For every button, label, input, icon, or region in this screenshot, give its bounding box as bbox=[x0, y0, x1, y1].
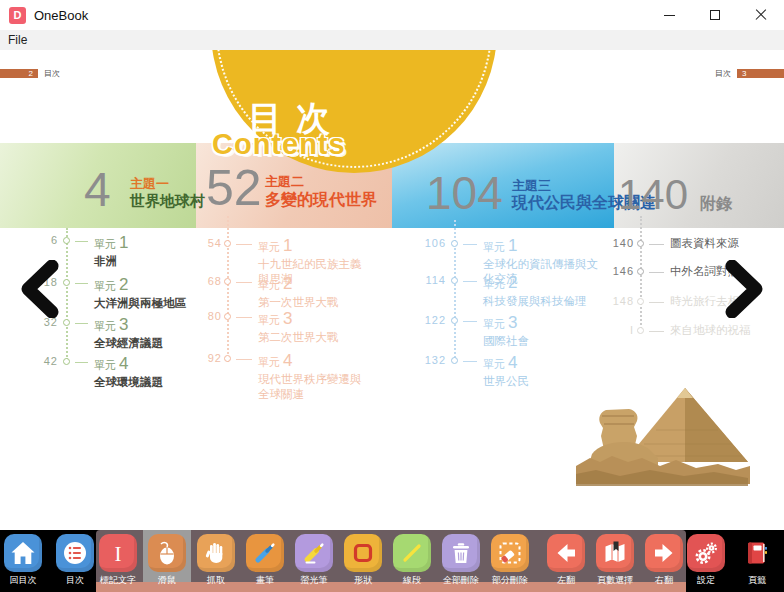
toc-connector-line bbox=[75, 283, 88, 284]
arrow-left-icon bbox=[547, 534, 585, 572]
maximize-button[interactable] bbox=[692, 0, 738, 30]
toolbar-pen-button[interactable]: 畫筆 bbox=[241, 532, 289, 590]
toc-node-circle bbox=[63, 319, 70, 326]
toolbar-button-label: 全部刪除 bbox=[433, 574, 489, 587]
sphinx-pyramid-image bbox=[572, 382, 750, 490]
toolbar-button-label: 滑鼠 bbox=[139, 574, 195, 587]
toc-item[interactable]: 68單元2第一次世界大戰 bbox=[188, 275, 370, 309]
toc-item-label: 單元4全球環境議題 bbox=[94, 353, 202, 390]
prev-page-chevron[interactable] bbox=[18, 260, 60, 318]
page-number: 80 bbox=[188, 310, 222, 322]
toc-connector-line bbox=[649, 272, 664, 273]
item-title: 科技發展與科技倫理 bbox=[483, 294, 605, 309]
page-number: 114 bbox=[412, 274, 446, 286]
toolbar-highlighter-button[interactable]: 螢光筆 bbox=[290, 532, 338, 590]
toc-connector-line bbox=[463, 321, 477, 322]
toolbar-hand-button[interactable]: 抓取 bbox=[192, 532, 240, 590]
shape-icon bbox=[344, 534, 382, 572]
unit-label: 單元1 bbox=[94, 232, 202, 253]
toolbar-book-button[interactable]: 頁籤 bbox=[733, 532, 781, 590]
toolbar-button-label: 回目次 bbox=[0, 574, 51, 587]
toolbar-pages-button[interactable]: 頁數選擇 bbox=[591, 532, 639, 590]
page-header-left: 2 目次 bbox=[0, 68, 60, 78]
page-number: 132 bbox=[412, 354, 446, 366]
unit-label: 單元1 bbox=[258, 235, 370, 256]
toc-connector-line bbox=[236, 317, 252, 318]
toc-connector-line bbox=[463, 281, 477, 282]
menu-file[interactable]: File bbox=[0, 33, 35, 47]
minimize-button[interactable] bbox=[646, 0, 692, 30]
item-title: 現代世界秩序變遷與全球關連 bbox=[258, 372, 370, 402]
toc-item-label: 圖表資料來源 bbox=[670, 235, 778, 251]
toc-title-en: Contents bbox=[212, 128, 346, 161]
unit-label: 單元2 bbox=[94, 274, 202, 295]
page-number: 140 bbox=[600, 237, 634, 249]
app-window: D OneBook File 2 目次 目次 3 目次 Contents 4主題… bbox=[0, 0, 784, 592]
toc-item[interactable]: 54單元1十九世紀的民族主義與思潮 bbox=[188, 237, 370, 271]
unit-label: 單元1 bbox=[483, 235, 605, 256]
toolbar-button-label: 頁籤 bbox=[729, 574, 784, 587]
toolbar-shape-button[interactable]: 形狀 bbox=[339, 532, 387, 590]
toc-item[interactable]: 92單元4現代世界秩序變遷與全球關連 bbox=[188, 352, 370, 386]
page-number: 148 bbox=[600, 295, 634, 307]
page-number-bar: 3 bbox=[737, 69, 784, 78]
toolbar-partial-erase-button[interactable]: 部分刪除 bbox=[486, 532, 534, 590]
toolbar-home-button[interactable]: 回目次 bbox=[0, 532, 47, 590]
section-start-page: 4 bbox=[84, 166, 111, 214]
item-title: 第二次世界大戰 bbox=[258, 330, 370, 345]
page-header-label: 目次 bbox=[44, 68, 60, 79]
toc-item[interactable]: 114單元2科技發展與科技倫理 bbox=[412, 274, 605, 308]
unit-label: 單元2 bbox=[258, 273, 370, 294]
toc-node-circle bbox=[637, 327, 644, 334]
toc-item[interactable]: 42單元4全球環境議題 bbox=[24, 355, 202, 389]
toc-connector-line bbox=[649, 244, 664, 245]
toolbar-mark-text-button[interactable]: I標記文字 bbox=[94, 532, 142, 590]
toc-item[interactable]: 32單元3全球經濟議題 bbox=[24, 316, 202, 350]
section-start-page: 104 bbox=[426, 170, 503, 216]
toc-node-circle bbox=[637, 298, 644, 305]
item-title: 大洋洲與兩極地區 bbox=[94, 296, 202, 311]
toc-item-label: 單元2科技發展與科技倫理 bbox=[483, 272, 605, 309]
maximize-icon bbox=[710, 10, 720, 20]
close-icon bbox=[755, 9, 767, 21]
toc-node-circle bbox=[63, 279, 70, 286]
toc-connector-line bbox=[236, 282, 252, 283]
toolbar-line-button[interactable]: 線段 bbox=[388, 532, 436, 590]
toc-item-label: 單元3國際社會 bbox=[483, 312, 605, 349]
toolbar-gear-button[interactable]: 設定 bbox=[682, 532, 730, 590]
page-number: I bbox=[600, 324, 634, 336]
mark-text-icon: I bbox=[99, 534, 137, 572]
section-title: 世界地球村 bbox=[130, 193, 205, 208]
toc-item[interactable]: 80單元3第二次世界大戰 bbox=[188, 310, 370, 344]
close-button[interactable] bbox=[738, 0, 784, 30]
toc-node-circle bbox=[451, 277, 458, 284]
next-page-chevron[interactable] bbox=[724, 260, 766, 318]
pages-icon bbox=[596, 534, 634, 572]
toc-connector-line bbox=[236, 244, 252, 245]
toolbar-mouse-button[interactable]: 滑鼠 bbox=[143, 532, 191, 590]
toolbar-button-label: 頁數選擇 bbox=[587, 574, 643, 587]
toc-item[interactable]: 122單元3國際社會 bbox=[412, 314, 605, 348]
toc-item-label: 單元3第二次世界大戰 bbox=[258, 308, 370, 345]
toc-node-circle bbox=[451, 317, 458, 324]
toc-item-label: 來自地球的祝福 bbox=[670, 322, 778, 338]
pen-icon bbox=[246, 534, 284, 572]
toolbar-button-label: 設定 bbox=[678, 574, 734, 587]
home-icon bbox=[4, 534, 42, 572]
item-title: 圖表資料來源 bbox=[670, 236, 778, 251]
section-start-page: 140 bbox=[618, 174, 688, 216]
toc-item[interactable]: I來自地球的祝福 bbox=[600, 324, 778, 358]
toc-item[interactable]: 106單元1全球化的資訊傳播與文化交流 bbox=[412, 237, 605, 271]
toc-item-label: 單元2大洋洲與兩極地區 bbox=[94, 274, 202, 311]
toc-connector-line bbox=[463, 244, 477, 245]
toc-node-circle bbox=[63, 358, 70, 365]
toolbar-trash-button[interactable]: 全部刪除 bbox=[437, 532, 485, 590]
toc-node-circle bbox=[63, 237, 70, 244]
toolbar-button-label: 部分刪除 bbox=[482, 574, 538, 587]
toolbar-button-label: 螢光筆 bbox=[286, 574, 342, 587]
section-theme-label: 主題一 bbox=[130, 177, 169, 190]
toolbar-arrow-left-button[interactable]: 左翻 bbox=[542, 532, 590, 590]
page-number: 92 bbox=[188, 352, 222, 364]
toc-node-circle bbox=[637, 240, 644, 247]
toc-node-circle bbox=[224, 313, 231, 320]
